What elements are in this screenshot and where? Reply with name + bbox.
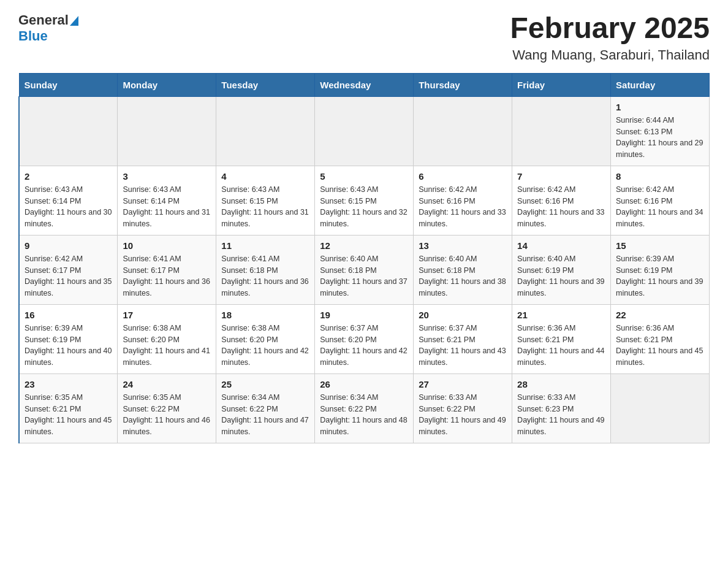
day-info: Sunrise: 6:34 AM Sunset: 6:22 PM Dayligh… [320, 392, 408, 438]
day-of-week-wednesday: Wednesday [315, 73, 414, 96]
day-number: 18 [221, 310, 309, 320]
calendar-cell: 27Sunrise: 6:33 AM Sunset: 6:22 PM Dayli… [414, 373, 512, 443]
calendar-cell: 20Sunrise: 6:37 AM Sunset: 6:21 PM Dayli… [414, 304, 512, 373]
calendar-cell [19, 96, 118, 166]
logo-blue-text: Blue [18, 28, 48, 44]
calendar-cell: 4Sunrise: 6:43 AM Sunset: 6:15 PM Daylig… [216, 166, 315, 235]
calendar-week-5: 23Sunrise: 6:35 AM Sunset: 6:21 PM Dayli… [19, 373, 710, 443]
day-info: Sunrise: 6:35 AM Sunset: 6:22 PM Dayligh… [123, 392, 211, 438]
day-info: Sunrise: 6:43 AM Sunset: 6:14 PM Dayligh… [25, 184, 112, 230]
day-number: 22 [616, 310, 704, 320]
calendar-cell: 28Sunrise: 6:33 AM Sunset: 6:23 PM Dayli… [512, 373, 611, 443]
calendar-week-2: 2Sunrise: 6:43 AM Sunset: 6:14 PM Daylig… [19, 166, 710, 235]
day-number: 24 [123, 379, 211, 389]
day-info: Sunrise: 6:36 AM Sunset: 6:21 PM Dayligh… [616, 323, 704, 369]
day-number: 16 [25, 310, 112, 320]
calendar-cell: 11Sunrise: 6:41 AM Sunset: 6:18 PM Dayli… [216, 235, 315, 304]
day-number: 9 [25, 240, 112, 251]
calendar-cell: 19Sunrise: 6:37 AM Sunset: 6:20 PM Dayli… [315, 304, 414, 373]
calendar-cell: 17Sunrise: 6:38 AM Sunset: 6:20 PM Dayli… [118, 304, 216, 373]
logo-general-text: General [18, 12, 69, 28]
day-number: 4 [221, 171, 309, 182]
calendar-cell: 23Sunrise: 6:35 AM Sunset: 6:21 PM Dayli… [19, 373, 118, 443]
calendar-cell: 8Sunrise: 6:42 AM Sunset: 6:16 PM Daylig… [611, 166, 710, 235]
day-number: 28 [517, 379, 605, 389]
day-number: 25 [221, 379, 309, 389]
calendar-week-1: 1Sunrise: 6:44 AM Sunset: 6:13 PM Daylig… [19, 96, 710, 166]
calendar-cell [118, 96, 216, 166]
svg-marker-0 [70, 16, 78, 26]
day-number: 8 [616, 171, 704, 182]
day-number: 6 [419, 171, 507, 182]
day-info: Sunrise: 6:42 AM Sunset: 6:16 PM Dayligh… [616, 184, 704, 230]
day-info: Sunrise: 6:37 AM Sunset: 6:21 PM Dayligh… [419, 323, 507, 369]
day-info: Sunrise: 6:37 AM Sunset: 6:20 PM Dayligh… [320, 323, 408, 369]
day-of-week-sunday: Sunday [19, 73, 118, 96]
page-header: General Blue February 2025 Wang Muang, S… [18, 12, 710, 63]
calendar-subtitle: Wang Muang, Saraburi, Thailand [510, 47, 710, 63]
calendar-week-4: 16Sunrise: 6:39 AM Sunset: 6:19 PM Dayli… [19, 304, 710, 373]
calendar-cell: 24Sunrise: 6:35 AM Sunset: 6:22 PM Dayli… [118, 373, 216, 443]
day-info: Sunrise: 6:41 AM Sunset: 6:17 PM Dayligh… [123, 253, 211, 299]
calendar-cell: 14Sunrise: 6:40 AM Sunset: 6:19 PM Dayli… [512, 235, 611, 304]
calendar-cell: 18Sunrise: 6:38 AM Sunset: 6:20 PM Dayli… [216, 304, 315, 373]
day-info: Sunrise: 6:43 AM Sunset: 6:15 PM Dayligh… [221, 184, 309, 230]
calendar-cell: 21Sunrise: 6:36 AM Sunset: 6:21 PM Dayli… [512, 304, 611, 373]
day-info: Sunrise: 6:38 AM Sunset: 6:20 PM Dayligh… [221, 323, 309, 369]
day-number: 20 [419, 310, 507, 320]
day-of-week-monday: Monday [118, 73, 216, 96]
day-info: Sunrise: 6:39 AM Sunset: 6:19 PM Dayligh… [616, 253, 704, 299]
calendar-cell: 6Sunrise: 6:42 AM Sunset: 6:16 PM Daylig… [414, 166, 512, 235]
day-of-week-tuesday: Tuesday [216, 73, 315, 96]
day-info: Sunrise: 6:35 AM Sunset: 6:21 PM Dayligh… [25, 392, 112, 438]
calendar-cell: 3Sunrise: 6:43 AM Sunset: 6:14 PM Daylig… [118, 166, 216, 235]
day-info: Sunrise: 6:33 AM Sunset: 6:22 PM Dayligh… [419, 392, 507, 438]
day-number: 2 [25, 171, 112, 182]
day-of-week-friday: Friday [512, 73, 611, 96]
calendar-cell: 15Sunrise: 6:39 AM Sunset: 6:19 PM Dayli… [611, 235, 710, 304]
calendar-cell: 7Sunrise: 6:42 AM Sunset: 6:16 PM Daylig… [512, 166, 611, 235]
day-info: Sunrise: 6:39 AM Sunset: 6:19 PM Dayligh… [25, 323, 112, 369]
calendar-cell: 26Sunrise: 6:34 AM Sunset: 6:22 PM Dayli… [315, 373, 414, 443]
calendar-title: February 2025 [510, 12, 710, 45]
day-number: 14 [517, 240, 605, 251]
calendar-table: SundayMondayTuesdayWednesdayThursdayFrid… [18, 73, 710, 443]
day-number: 3 [123, 171, 211, 182]
day-number: 12 [320, 240, 408, 251]
calendar-cell: 22Sunrise: 6:36 AM Sunset: 6:21 PM Dayli… [611, 304, 710, 373]
day-info: Sunrise: 6:41 AM Sunset: 6:18 PM Dayligh… [221, 253, 309, 299]
day-info: Sunrise: 6:42 AM Sunset: 6:16 PM Dayligh… [419, 184, 507, 230]
day-info: Sunrise: 6:42 AM Sunset: 6:17 PM Dayligh… [25, 253, 112, 299]
day-number: 19 [320, 310, 408, 320]
calendar-header-row: SundayMondayTuesdayWednesdayThursdayFrid… [19, 73, 710, 96]
day-number: 21 [517, 310, 605, 320]
calendar-cell [315, 96, 414, 166]
day-info: Sunrise: 6:36 AM Sunset: 6:21 PM Dayligh… [517, 323, 605, 369]
day-info: Sunrise: 6:40 AM Sunset: 6:19 PM Dayligh… [517, 253, 605, 299]
calendar-cell: 5Sunrise: 6:43 AM Sunset: 6:15 PM Daylig… [315, 166, 414, 235]
title-block: February 2025 Wang Muang, Saraburi, Thai… [510, 12, 710, 63]
calendar-cell: 10Sunrise: 6:41 AM Sunset: 6:17 PM Dayli… [118, 235, 216, 304]
calendar-week-3: 9Sunrise: 6:42 AM Sunset: 6:17 PM Daylig… [19, 235, 710, 304]
day-info: Sunrise: 6:42 AM Sunset: 6:16 PM Dayligh… [517, 184, 605, 230]
day-number: 15 [616, 240, 704, 251]
calendar-cell: 12Sunrise: 6:40 AM Sunset: 6:18 PM Dayli… [315, 235, 414, 304]
logo-triangle-icon [69, 15, 78, 26]
calendar-cell [414, 96, 512, 166]
day-info: Sunrise: 6:40 AM Sunset: 6:18 PM Dayligh… [320, 253, 408, 299]
day-info: Sunrise: 6:44 AM Sunset: 6:13 PM Dayligh… [616, 115, 704, 161]
day-info: Sunrise: 6:33 AM Sunset: 6:23 PM Dayligh… [517, 392, 605, 438]
day-number: 1 [616, 102, 704, 112]
calendar-cell: 25Sunrise: 6:34 AM Sunset: 6:22 PM Dayli… [216, 373, 315, 443]
day-info: Sunrise: 6:34 AM Sunset: 6:22 PM Dayligh… [221, 392, 309, 438]
day-info: Sunrise: 6:43 AM Sunset: 6:14 PM Dayligh… [123, 184, 211, 230]
logo: General Blue [18, 12, 78, 44]
calendar-cell: 13Sunrise: 6:40 AM Sunset: 6:18 PM Dayli… [414, 235, 512, 304]
calendar-cell [512, 96, 611, 166]
calendar-cell: 9Sunrise: 6:42 AM Sunset: 6:17 PM Daylig… [19, 235, 118, 304]
calendar-cell [216, 96, 315, 166]
calendar-cell: 16Sunrise: 6:39 AM Sunset: 6:19 PM Dayli… [19, 304, 118, 373]
day-of-week-thursday: Thursday [414, 73, 512, 96]
calendar-cell: 2Sunrise: 6:43 AM Sunset: 6:14 PM Daylig… [19, 166, 118, 235]
calendar-cell [611, 373, 710, 443]
